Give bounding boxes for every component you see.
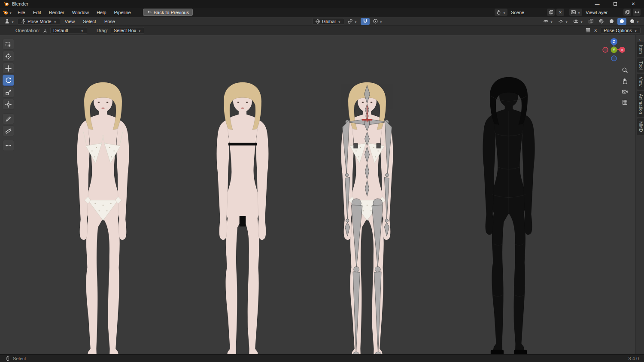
- snap-link-icon: [347, 18, 353, 24]
- viewlayer-browse-button[interactable]: [569, 9, 582, 16]
- menu-help[interactable]: Help: [93, 9, 110, 16]
- sidebar-tab-animation[interactable]: Animation: [637, 91, 644, 117]
- viewport-nav-tools: [620, 65, 629, 107]
- scene-browse-button[interactable]: [495, 9, 507, 16]
- new-scene-button[interactable]: [547, 9, 555, 16]
- snap-target-dropdown[interactable]: [346, 18, 359, 25]
- editor-type-button[interactable]: [3, 18, 16, 25]
- menu-pipeline[interactable]: Pipeline: [111, 9, 134, 16]
- figure-slot-4: [462, 75, 556, 354]
- tool-select-box[interactable]: [3, 39, 14, 50]
- menu-pose[interactable]: Pose: [101, 18, 118, 25]
- unlink-scene-button[interactable]: [556, 9, 564, 16]
- drag-label: Drag:: [97, 28, 108, 33]
- visibility-dropdown[interactable]: [541, 18, 555, 25]
- minimize-button[interactable]: —: [592, 0, 603, 7]
- tool-transform[interactable]: [3, 99, 14, 110]
- navigation-gizmo[interactable]: Z X Y: [600, 36, 628, 63]
- tool-scale[interactable]: [3, 87, 14, 98]
- female-model-armature[interactable]: [320, 80, 414, 354]
- sidebar-tab-tool[interactable]: Tool: [637, 58, 644, 73]
- chevron-down-icon: [565, 19, 568, 24]
- sidebar-tab-view[interactable]: View: [637, 74, 644, 90]
- shading-solid-icon: [609, 18, 614, 24]
- tool-settings-bar: Orientation: Default Drag: Select Box X …: [0, 26, 644, 35]
- axis-icon: [43, 28, 48, 33]
- window-controls: — ✕: [592, 0, 641, 7]
- menu-render[interactable]: Render: [46, 9, 68, 16]
- tool-breakdowner[interactable]: [3, 140, 14, 151]
- remove-viewlayer-button[interactable]: [633, 9, 641, 16]
- keying-icon[interactable]: [585, 27, 591, 33]
- mode-dropdown[interactable]: Pose Mode: [18, 18, 60, 25]
- menu-file[interactable]: File: [14, 9, 29, 16]
- chevron-down-icon: [379, 19, 383, 24]
- shading-solid-button[interactable]: [607, 18, 616, 25]
- status-mode-hint: Select: [13, 356, 26, 361]
- back-to-previous-button[interactable]: Back to Previous: [143, 9, 193, 16]
- viewlayer-name[interactable]: ViewLayer: [584, 10, 622, 15]
- gizmo-icon: [558, 18, 564, 24]
- magnet-icon: [362, 18, 368, 24]
- pose-mode-icon: [21, 19, 26, 24]
- new-viewlayer-button[interactable]: [623, 9, 631, 16]
- pan-hand-icon[interactable]: [620, 76, 629, 85]
- blender-menu-icon[interactable]: [3, 9, 12, 15]
- back-arrow-icon: [147, 10, 152, 15]
- tool-rotate[interactable]: [3, 75, 14, 86]
- menu-view[interactable]: View: [61, 18, 79, 25]
- x-icon: [559, 10, 562, 15]
- ortho-grid-icon[interactable]: [620, 97, 629, 107]
- tool-move[interactable]: [3, 63, 14, 74]
- sidebar-tab-mmd[interactable]: MMD: [637, 118, 644, 135]
- proportional-editing-button[interactable]: [371, 18, 385, 25]
- sidebar-collapse-arrow[interactable]: [636, 37, 644, 42]
- menu-select[interactable]: Select: [79, 18, 100, 25]
- chevron-down-icon: [80, 28, 84, 33]
- camera-view-icon[interactable]: [620, 87, 629, 96]
- axis-y-label: Y: [613, 48, 615, 52]
- tool-settings-close-button[interactable]: X: [594, 28, 597, 33]
- overlays-dropdown[interactable]: [571, 18, 585, 25]
- top-menu-bar: File Edit Render Window Help Pipeline Ba…: [0, 8, 644, 17]
- gizmos-dropdown[interactable]: [556, 18, 570, 25]
- shading-wireframe-button[interactable]: [597, 18, 606, 25]
- drag-dropdown[interactable]: Select Box: [111, 27, 144, 34]
- boots: [491, 350, 527, 354]
- shading-rendered-button[interactable]: [628, 18, 641, 25]
- chevron-down-icon: [138, 28, 141, 33]
- scene-name[interactable]: Scene: [509, 10, 545, 15]
- chevron-down-icon: [337, 19, 341, 24]
- zoom-icon[interactable]: [620, 65, 629, 75]
- axis-negative-x-handle[interactable]: [603, 47, 608, 52]
- pose-options-dropdown[interactable]: Pose Options: [601, 27, 641, 34]
- female-model-bikini[interactable]: [56, 80, 150, 354]
- close-button[interactable]: ✕: [628, 0, 639, 7]
- chevron-down-icon: [577, 10, 581, 15]
- snap-toggle-button[interactable]: [361, 18, 370, 25]
- title-bar: Blender — ✕: [0, 0, 644, 8]
- chevron-down-icon: [550, 19, 553, 24]
- tool-annotate[interactable]: [3, 113, 14, 124]
- viewport-3d[interactable]: Z X Y Item Tool View Animation MMD: [0, 35, 644, 354]
- sidebar-tab-item[interactable]: Item: [637, 42, 644, 57]
- eye-icon: [543, 18, 549, 24]
- tool-measure[interactable]: [3, 125, 14, 136]
- shading-material-button[interactable]: [617, 18, 626, 25]
- axis-negative-z-handle[interactable]: [611, 56, 617, 61]
- maximize-button[interactable]: [610, 0, 621, 7]
- tool-settings-right: X Pose Options: [585, 27, 641, 34]
- female-model-censored[interactable]: [195, 80, 290, 354]
- viewlayer-icon: [571, 9, 576, 15]
- globe-icon: [315, 19, 320, 24]
- mouse-icon: [5, 356, 10, 361]
- female-model-wireframe[interactable]: [462, 75, 556, 354]
- tool-cursor[interactable]: [3, 51, 14, 62]
- overlays-icon: [573, 18, 579, 24]
- xray-toggle-button[interactable]: [586, 18, 595, 25]
- orientation-dropdown[interactable]: Default: [50, 27, 87, 34]
- menu-window[interactable]: Window: [69, 9, 92, 16]
- transform-orientation-dropdown[interactable]: Global: [312, 18, 344, 25]
- menu-edit[interactable]: Edit: [30, 9, 45, 16]
- scene-viewlayer-cluster: Scene ViewLayer: [495, 9, 641, 16]
